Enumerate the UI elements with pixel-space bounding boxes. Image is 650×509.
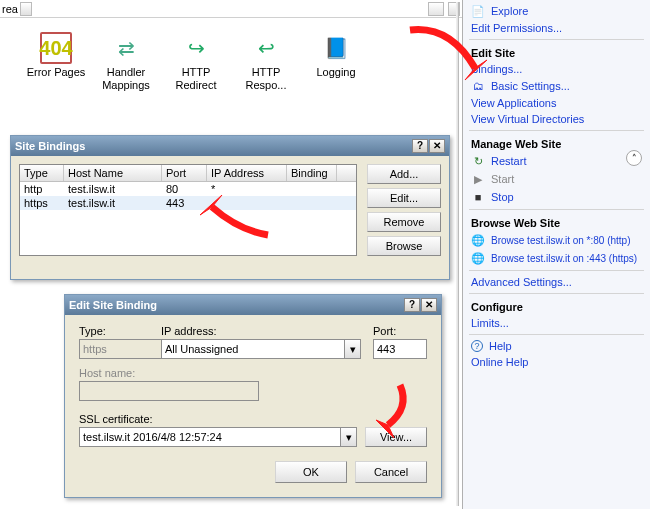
dialog-title: Site Bindings: [15, 140, 85, 152]
feature-label: Handler Mappings: [96, 66, 156, 91]
table-row[interactable]: https test.ilsw.it 443: [20, 196, 356, 210]
feature-http-response[interactable]: ↩ HTTP Respo...: [236, 32, 296, 91]
col-host[interactable]: Host Name: [64, 165, 162, 181]
ssl-select[interactable]: ▾: [79, 427, 357, 447]
globe-icon: 🌐: [471, 251, 485, 265]
area-dropdown[interactable]: [20, 2, 32, 16]
col-port[interactable]: Port: [162, 165, 207, 181]
type-label: Type:: [79, 325, 149, 337]
action-help[interactable]: ?Help: [463, 338, 650, 354]
collapse-icon[interactable]: ˄: [626, 150, 642, 166]
close-button[interactable]: ✕: [429, 139, 445, 153]
feature-label: HTTP Respo...: [236, 66, 296, 91]
host-input: [79, 381, 259, 401]
action-online-help[interactable]: Online Help: [463, 354, 650, 370]
feature-list: 404 Error Pages ⇄ Handler Mappings ↪ HTT…: [0, 18, 462, 97]
logging-icon: 📘: [320, 32, 352, 64]
error-pages-icon: 404: [40, 32, 72, 64]
action-view-vdirs[interactable]: View Virtual Directories: [463, 111, 650, 127]
table-header: Type Host Name Port IP Address Binding: [20, 165, 356, 182]
annotation-arrow-icon: [395, 20, 495, 88]
folder-icon: 📄: [471, 4, 485, 18]
annotation-arrow-icon: [198, 195, 278, 245]
action-restart[interactable]: ↻Restart: [463, 152, 650, 170]
add-button[interactable]: Add...: [367, 164, 441, 184]
port-input[interactable]: [373, 339, 427, 359]
start-icon: ▶: [471, 172, 485, 186]
feature-logging[interactable]: 📘 Logging: [306, 32, 366, 91]
ok-button[interactable]: OK: [275, 461, 347, 483]
feature-http-redirect[interactable]: ↪ HTTP Redirect: [166, 32, 226, 91]
help-button[interactable]: ?: [412, 139, 428, 153]
feature-error-pages[interactable]: 404 Error Pages: [26, 32, 86, 91]
section-browse: Browse Web Site: [463, 213, 650, 231]
ssl-value[interactable]: [79, 427, 341, 447]
type-select[interactable]: ▾: [79, 339, 149, 359]
action-start: ▶Start: [463, 170, 650, 188]
http-redirect-icon: ↪: [180, 32, 212, 64]
col-type[interactable]: Type: [20, 165, 64, 181]
annotation-arrow-icon: [370, 380, 420, 440]
ip-select[interactable]: ▾: [161, 339, 361, 359]
action-stop[interactable]: ■Stop: [463, 188, 650, 206]
chevron-down-icon[interactable]: ▾: [345, 339, 361, 359]
dialog-titlebar[interactable]: Edit Site Binding ? ✕: [65, 295, 441, 315]
help-icon: ?: [471, 340, 483, 352]
col-ip[interactable]: IP Address: [207, 165, 287, 181]
stop-icon: ■: [471, 190, 485, 204]
host-label: Host name:: [79, 367, 427, 379]
port-label: Port:: [373, 325, 427, 337]
dialog-title: Edit Site Binding: [69, 299, 157, 311]
close-button[interactable]: ✕: [421, 298, 437, 312]
handler-mappings-icon: ⇄: [110, 32, 142, 64]
dialog-titlebar[interactable]: Site Bindings ? ✕: [11, 136, 449, 156]
browse-button[interactable]: Browse: [367, 236, 441, 256]
action-explore[interactable]: 📄Explore: [463, 2, 650, 20]
remove-button[interactable]: Remove: [367, 212, 441, 232]
action-browse-http[interactable]: 🌐Browse test.ilsw.it on *:80 (http): [463, 231, 650, 249]
table-row[interactable]: http test.ilsw.it 80 *: [20, 182, 356, 196]
action-limits[interactable]: Limits...: [463, 315, 650, 331]
view-toolbar: rea: [0, 0, 462, 18]
feature-label: Error Pages: [27, 66, 86, 79]
action-view-applications[interactable]: View Applications: [463, 95, 650, 111]
restart-icon: ↻: [471, 154, 485, 168]
edit-button[interactable]: Edit...: [367, 188, 441, 208]
cancel-button[interactable]: Cancel: [355, 461, 427, 483]
feature-handler-mappings[interactable]: ⇄ Handler Mappings: [96, 32, 156, 91]
section-configure: Configure: [463, 297, 650, 315]
ip-label: IP address:: [161, 325, 361, 337]
chevron-down-icon[interactable]: ▾: [341, 427, 357, 447]
help-button[interactable]: ?: [404, 298, 420, 312]
action-browse-https[interactable]: 🌐Browse test.ilsw.it on :443 (https): [463, 249, 650, 267]
http-response-icon: ↩: [250, 32, 282, 64]
action-advanced-settings[interactable]: Advanced Settings...: [463, 274, 650, 290]
feature-label: Logging: [316, 66, 355, 79]
section-manage: Manage Web Site˄: [463, 134, 650, 152]
view-mode-icon[interactable]: [428, 2, 444, 16]
bindings-table: Type Host Name Port IP Address Binding h…: [19, 164, 357, 256]
feature-label: HTTP Redirect: [166, 66, 226, 91]
globe-icon: 🌐: [471, 233, 485, 247]
area-label: rea: [0, 3, 18, 15]
col-binding[interactable]: Binding: [287, 165, 337, 181]
ip-value[interactable]: [161, 339, 345, 359]
